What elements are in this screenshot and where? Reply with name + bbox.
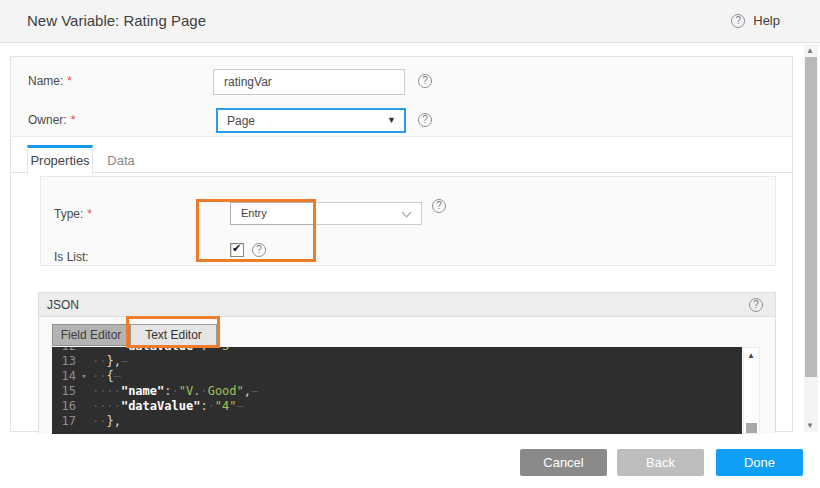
name-label: Name:*	[28, 71, 72, 89]
code-editor-lines: 12····"dataValue":·"3"–13··},–14▾··{–15·…	[52, 347, 742, 429]
dialog-header: New Variable: Rating Page ? Help	[0, 0, 820, 43]
is-list-label: Is List:	[54, 247, 89, 265]
code-text: ··},	[92, 414, 742, 429]
code-text: ····"dataValue":·"3"–	[92, 347, 742, 354]
owner-select[interactable]: Page ▼	[216, 108, 406, 133]
editor-line: 17··},	[52, 414, 742, 429]
done-button[interactable]: Done	[716, 449, 803, 476]
fold-gutter	[76, 347, 92, 354]
type-label: Type:*	[54, 204, 92, 222]
name-help-icon[interactable]: ?	[418, 74, 432, 88]
fold-gutter	[76, 414, 92, 429]
json-title: JSON	[47, 298, 79, 312]
editor-scrollbar-thumb[interactable]	[746, 423, 757, 433]
required-marker: *	[87, 207, 92, 221]
help-button[interactable]: ? Help	[731, 13, 780, 28]
scroll-up-icon[interactable]: ▲	[747, 351, 755, 360]
main-scrollbar[interactable]: ▲ ▼	[804, 44, 818, 432]
scroll-up-icon[interactable]: ▲	[806, 46, 814, 55]
type-help-icon[interactable]: ?	[432, 199, 446, 213]
dropdown-arrow-icon: ▼	[387, 115, 396, 125]
type-select-value[interactable]: Entry	[230, 202, 316, 225]
editor-scrollbar[interactable]: ▲	[743, 347, 760, 434]
field-editor-button[interactable]: Field Editor	[52, 324, 130, 346]
editor-line: 15····"name":·"V.·Good",–	[52, 384, 742, 399]
tab-bar: Properties Data	[11, 145, 792, 173]
owner-select-value: Page	[227, 114, 255, 128]
help-label[interactable]: Help	[753, 13, 780, 28]
tab-data[interactable]: Data	[93, 148, 149, 173]
cancel-button[interactable]: Cancel	[520, 449, 607, 476]
properties-group-panel: Type:* Entry ? Is List: ✔ ?	[40, 176, 776, 266]
code-text: ····"name":·"V.·Good",–	[92, 384, 742, 399]
dialog-content: Name:* ? Owner:* Page ▼ ? Properties Dat…	[10, 56, 793, 432]
name-input[interactable]	[213, 69, 405, 95]
line-number: 13	[52, 354, 76, 369]
line-number: 17	[52, 414, 76, 429]
json-help-icon[interactable]: ?	[749, 298, 763, 312]
fold-gutter	[76, 384, 92, 399]
scroll-down-icon[interactable]: ▼	[806, 421, 814, 430]
code-text: ····"dataValue":·"4"–	[92, 399, 742, 414]
owner-help-icon[interactable]: ?	[418, 113, 432, 127]
fold-gutter	[76, 354, 92, 369]
main-scrollbar-thumb[interactable]	[805, 57, 817, 377]
text-editor-button[interactable]: Text Editor	[130, 324, 217, 346]
json-panel: JSON ? Field Editor Text Editor 12····"d…	[38, 292, 776, 433]
line-number: 15	[52, 384, 76, 399]
back-button[interactable]: Back	[617, 449, 704, 476]
editor-line: 12····"dataValue":·"3"–	[52, 347, 742, 354]
required-marker: *	[67, 74, 72, 88]
fold-gutter	[76, 399, 92, 414]
help-icon[interactable]: ?	[731, 14, 745, 28]
code-text: ··},–	[92, 354, 742, 369]
code-text: ··{–	[92, 369, 742, 384]
tab-properties[interactable]: Properties	[27, 145, 93, 174]
editor-line: 16····"dataValue":·"4"–	[52, 399, 742, 414]
line-number: 12	[52, 347, 76, 354]
line-number: 16	[52, 399, 76, 414]
page-title: New Variable: Rating Page	[27, 12, 206, 29]
required-marker: *	[71, 113, 76, 127]
owner-label: Owner:*	[28, 110, 75, 128]
editor-line: 13··},–	[52, 354, 742, 369]
fold-arrow-icon[interactable]: ▾	[76, 369, 92, 384]
is-list-checkbox[interactable]: ✔	[230, 243, 244, 257]
json-panel-header: JSON ?	[39, 293, 775, 317]
code-editor[interactable]: 12····"dataValue":·"3"–13··},–14▾··{–15·…	[52, 347, 742, 434]
is-list-help-icon[interactable]: ?	[252, 243, 266, 257]
chevron-down-icon	[402, 208, 412, 218]
line-number: 14	[52, 369, 76, 384]
checkmark-icon: ✔	[232, 242, 241, 255]
editor-line: 14▾··{–	[52, 369, 742, 384]
type-select[interactable]: Entry	[230, 202, 422, 225]
new-variable-dialog: { "header": { "title": "New Variable: Ra…	[0, 0, 820, 488]
form-panel: Name:* ? Owner:* Page ▼ ?	[11, 57, 792, 137]
